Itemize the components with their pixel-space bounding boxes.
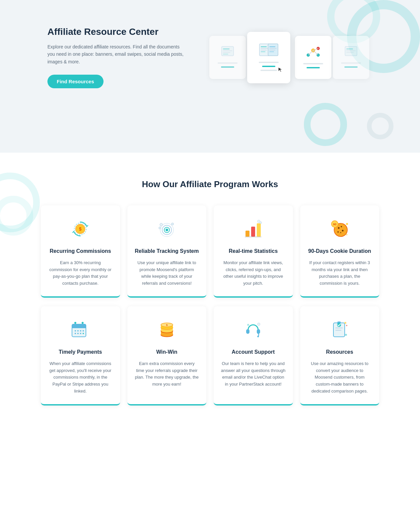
resources-title: Resources xyxy=(308,349,372,356)
tracking-title: Reliable Tracking System xyxy=(135,248,199,255)
svg-rect-12 xyxy=(269,48,277,49)
winwin-desc: Earn extra commission every time your re… xyxy=(135,360,199,388)
svg-point-62 xyxy=(83,330,84,331)
hero-decor-circle-3 xyxy=(304,103,347,146)
payments-icon xyxy=(69,318,92,341)
stats-desc: Monitor your affiliate link views, click… xyxy=(221,259,286,287)
svg-point-46 xyxy=(342,230,343,232)
svg-rect-23 xyxy=(346,48,353,49)
feature-cards-row-2: Timely Payments When your affiliate comm… xyxy=(41,306,379,405)
winwin-icon: $ xyxy=(155,318,178,341)
svg-point-51 xyxy=(346,234,347,236)
tracking-desc: Use your unique affiliate link to promot… xyxy=(135,259,199,287)
svg-text:$: $ xyxy=(79,226,82,232)
svg-point-57 xyxy=(74,322,76,324)
svg-rect-24 xyxy=(346,50,356,51)
resources-icon xyxy=(328,318,351,341)
svg-point-87 xyxy=(345,334,347,336)
resources-desc: Use our amazing resources to convert you… xyxy=(308,360,372,395)
svg-rect-11 xyxy=(269,46,275,47)
find-resources-button[interactable]: Find Resources xyxy=(47,75,104,88)
svg-point-60 xyxy=(77,330,79,331)
hero-card-left xyxy=(209,36,246,79)
payments-title: Timely Payments xyxy=(48,349,113,356)
card-network-icon xyxy=(305,45,321,58)
hero-text-block: Affiliate Resource Center Explore our de… xyxy=(47,27,187,88)
svg-rect-2 xyxy=(223,50,232,51)
svg-point-65 xyxy=(80,333,81,334)
cookie-icon: 90 xyxy=(328,217,351,241)
feature-card-resources: Resources Use our amazing resources to c… xyxy=(300,306,380,405)
svg-point-44 xyxy=(338,227,339,229)
svg-point-64 xyxy=(77,333,79,334)
svg-point-78 xyxy=(247,324,249,326)
svg-point-34 xyxy=(160,223,163,226)
svg-line-19 xyxy=(308,50,313,55)
recurring-commissions-icon: $ xyxy=(69,217,92,241)
stats-title: Real-time Statistics xyxy=(221,248,286,255)
cursor-icon xyxy=(278,67,284,77)
card-doc-icon-right xyxy=(344,46,358,58)
svg-rect-1 xyxy=(223,48,230,49)
svg-point-45 xyxy=(341,226,342,227)
feature-card-tracking: Reliable Tracking System Use your unique… xyxy=(127,205,207,298)
support-icon xyxy=(242,318,265,341)
svg-point-36 xyxy=(159,227,161,229)
payments-desc: When your affiliate commissions get appr… xyxy=(48,360,113,395)
svg-point-33 xyxy=(166,229,168,231)
card-doc-icon-left xyxy=(220,46,235,58)
how-section: How Our Affiliate Program Works xyxy=(0,153,420,434)
hero-description: Explore our dedicated affiliate resource… xyxy=(47,43,187,65)
svg-rect-76 xyxy=(257,329,260,334)
recurring-title: Recurring Commissions xyxy=(48,248,113,255)
svg-point-42 xyxy=(260,222,262,224)
hero-card-right xyxy=(295,36,331,79)
svg-text:$: $ xyxy=(166,324,168,327)
hero-title: Affiliate Resource Center xyxy=(47,27,187,37)
svg-point-35 xyxy=(172,223,174,225)
hero-decor-circle-4 xyxy=(367,113,393,139)
svg-rect-82 xyxy=(335,328,343,329)
svg-point-63 xyxy=(75,333,76,334)
hero-illustration xyxy=(206,32,373,83)
svg-point-66 xyxy=(83,333,84,334)
svg-point-58 xyxy=(82,322,84,324)
feature-card-support: Account Support Our team is here to help… xyxy=(214,306,293,405)
svg-point-47 xyxy=(337,231,339,233)
hero-card-far-right xyxy=(333,36,369,79)
svg-rect-3 xyxy=(223,52,230,53)
svg-rect-75 xyxy=(246,329,249,334)
svg-point-59 xyxy=(75,330,76,331)
svg-rect-39 xyxy=(257,223,261,237)
svg-line-21 xyxy=(313,50,318,55)
recurring-desc: Earn a 30% recurring commission for ever… xyxy=(48,259,113,287)
svg-rect-7 xyxy=(261,46,267,47)
winwin-title: Win-Win xyxy=(135,349,199,356)
svg-rect-38 xyxy=(251,227,255,237)
svg-rect-14 xyxy=(269,51,274,52)
cookie-title: 90-Days Cookie Duration xyxy=(308,248,372,255)
svg-point-86 xyxy=(346,325,347,326)
cookie-desc: If your contact registers within 3 month… xyxy=(308,259,372,287)
card-doc-icon-center xyxy=(259,42,279,57)
svg-rect-8 xyxy=(261,48,268,49)
svg-rect-13 xyxy=(269,50,275,50)
feature-card-payments: Timely Payments When your affiliate comm… xyxy=(41,306,120,405)
svg-point-49 xyxy=(346,223,348,225)
hero-card-center xyxy=(247,32,290,83)
tracking-icon xyxy=(155,217,178,241)
feature-card-cookie: 90 90-Days Cookie Duration If your conta… xyxy=(300,205,380,298)
svg-rect-25 xyxy=(346,52,354,53)
svg-point-48 xyxy=(340,232,341,233)
svg-point-61 xyxy=(80,330,81,331)
svg-point-79 xyxy=(257,323,260,326)
svg-text:90: 90 xyxy=(333,223,336,226)
svg-rect-37 xyxy=(245,231,249,237)
svg-rect-83 xyxy=(335,330,341,331)
stats-icon xyxy=(242,217,265,241)
support-desc: Our team is here to help you and answer … xyxy=(221,360,286,388)
feature-card-winwin: $ Win-Win Earn extra commission every ti… xyxy=(127,306,207,405)
svg-point-85 xyxy=(344,322,346,324)
feature-card-recurring: $ Recurring Commissions Earn a 30% recur… xyxy=(41,205,120,298)
feature-cards-row-1: $ Recurring Commissions Earn a 30% recur… xyxy=(41,205,379,298)
